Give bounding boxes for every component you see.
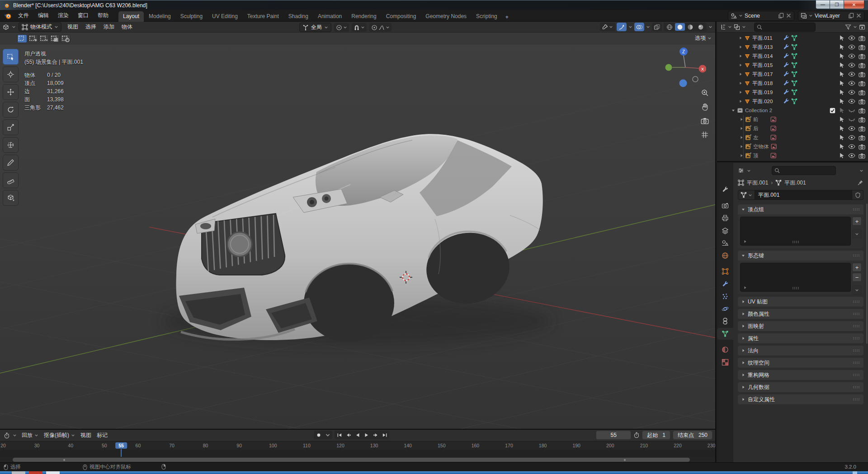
properties-tab-particles[interactable] bbox=[717, 290, 733, 302]
properties-tab-physics[interactable] bbox=[717, 303, 733, 315]
editor-type-icon[interactable] bbox=[3, 24, 9, 30]
tool-annotate[interactable] bbox=[3, 155, 19, 171]
drag-grip-icon[interactable] bbox=[853, 398, 860, 401]
outliner-row-平面.013[interactable]: 平面.013 bbox=[717, 43, 868, 52]
section-header-自定义属性[interactable]: 自定义属性 bbox=[738, 394, 863, 404]
current-frame-badge[interactable]: 55 bbox=[115, 442, 127, 449]
selectable-pointer-icon[interactable] bbox=[839, 35, 845, 41]
outliner-row-前[interactable]: 前 bbox=[717, 115, 868, 124]
section-header-法向[interactable]: 法向 bbox=[738, 346, 863, 356]
properties-tab-texture[interactable] bbox=[717, 356, 733, 368]
resize-grip-icon[interactable] bbox=[792, 286, 799, 290]
eye-open-icon[interactable] bbox=[848, 81, 855, 86]
datablock-name-field[interactable]: 平面.001 bbox=[755, 190, 852, 200]
selectable-pointer-icon[interactable] bbox=[839, 125, 845, 132]
properties-tab-object-data[interactable] bbox=[717, 328, 733, 340]
xray-toggle[interactable] bbox=[652, 23, 662, 31]
drag-grip-icon[interactable] bbox=[853, 300, 860, 303]
tab-uv-editing[interactable]: UV Editing bbox=[208, 11, 242, 22]
viewport-canvas[interactable] bbox=[0, 22, 716, 429]
expand-arrow-icon[interactable] bbox=[739, 81, 742, 85]
outliner-row-平面.017[interactable]: 平面.017 bbox=[717, 70, 868, 79]
modifier-wrench-icon[interactable] bbox=[783, 98, 789, 104]
expand-arrow-icon[interactable] bbox=[739, 45, 742, 49]
expand-arrow-icon[interactable] bbox=[740, 145, 743, 148]
selectable-pointer-icon[interactable] bbox=[839, 152, 845, 159]
section-header-颜色属性[interactable]: 颜色属性 bbox=[738, 309, 863, 319]
viewport-grid-ortho-icon[interactable] bbox=[701, 131, 709, 139]
object-name[interactable]: 平面.011 bbox=[752, 35, 781, 42]
camera-render-icon[interactable] bbox=[859, 108, 865, 114]
shading-rendered-button[interactable] bbox=[696, 23, 706, 31]
object-name[interactable]: 后 bbox=[753, 125, 769, 132]
eye-closed-icon[interactable] bbox=[848, 108, 855, 113]
breadcrumb-data[interactable]: 平面.001 bbox=[784, 179, 806, 187]
mesh-data-icon[interactable] bbox=[791, 98, 797, 104]
copy-icon[interactable] bbox=[778, 13, 784, 19]
modifier-wrench-icon[interactable] bbox=[783, 62, 789, 68]
add-workspace-button[interactable]: + bbox=[502, 13, 512, 22]
chevron-down-icon[interactable] bbox=[859, 169, 863, 173]
overlays-toggle[interactable] bbox=[634, 23, 644, 31]
eye-open-icon[interactable] bbox=[848, 53, 855, 59]
tool-transform[interactable] bbox=[3, 137, 19, 153]
expand-arrow-icon[interactable] bbox=[739, 36, 742, 40]
display-mode-icon[interactable] bbox=[734, 24, 740, 30]
chevron-down-icon[interactable] bbox=[323, 431, 332, 439]
camera-render-icon[interactable] bbox=[859, 99, 865, 104]
pin-icon[interactable] bbox=[857, 180, 863, 186]
drag-grip-icon[interactable] bbox=[853, 324, 860, 328]
mesh-data-icon[interactable] bbox=[791, 80, 797, 86]
mesh-data-icon[interactable] bbox=[791, 62, 797, 68]
tool-measure[interactable] bbox=[3, 172, 19, 188]
timeline-menu-抠像(插帧)[interactable]: 抠像(插帧) bbox=[42, 431, 77, 440]
tool-cursor[interactable] bbox=[3, 66, 19, 82]
modifier-wrench-icon[interactable] bbox=[783, 71, 789, 77]
eye-open-icon[interactable] bbox=[848, 144, 855, 149]
filter-arrow-icon[interactable] bbox=[743, 286, 747, 289]
shading-material-button[interactable] bbox=[685, 23, 695, 31]
close-button[interactable]: ✕ bbox=[844, 0, 864, 9]
camera-render-icon[interactable] bbox=[859, 135, 865, 141]
modifier-wrench-icon[interactable] bbox=[783, 53, 789, 59]
playhead-line[interactable] bbox=[121, 449, 122, 457]
menu-渲染[interactable]: 渲染 bbox=[54, 11, 72, 20]
shading-solid-button[interactable] bbox=[675, 23, 685, 31]
scrollbar-thumb[interactable] bbox=[13, 458, 690, 462]
orientation-selector[interactable]: 全局 bbox=[299, 23, 331, 32]
timeline-menu-回放[interactable]: 回放 bbox=[19, 431, 41, 440]
properties-tab-material[interactable] bbox=[717, 344, 733, 356]
blender-logo-icon[interactable] bbox=[4, 12, 12, 20]
viewport-menu-选择[interactable]: 选择 bbox=[82, 22, 99, 32]
expand-arrow-icon[interactable] bbox=[740, 154, 743, 157]
object-name[interactable]: 平面.017 bbox=[752, 71, 781, 78]
record-button[interactable] bbox=[314, 431, 323, 439]
timeline-editor-icon[interactable] bbox=[4, 432, 10, 439]
eye-open-icon[interactable] bbox=[848, 62, 855, 68]
expand-arrow-icon[interactable] bbox=[739, 72, 742, 76]
eye-open-icon[interactable] bbox=[848, 44, 855, 50]
proportional-edit-button[interactable] bbox=[369, 23, 392, 32]
eye-open-icon[interactable] bbox=[848, 153, 855, 158]
new-collection-icon[interactable] bbox=[859, 24, 865, 30]
tab-shading[interactable]: Shading bbox=[284, 11, 313, 22]
filter-arrow-icon[interactable] bbox=[743, 240, 747, 243]
tab-scripting[interactable]: Scripting bbox=[472, 11, 502, 22]
menu-文件[interactable]: 文件 bbox=[14, 11, 33, 20]
copy-icon[interactable] bbox=[848, 13, 854, 19]
tab-sculpting[interactable]: Sculpting bbox=[176, 11, 207, 22]
collection-name[interactable]: Collection 2 bbox=[745, 108, 772, 113]
camera-render-icon[interactable] bbox=[859, 62, 865, 68]
object-name[interactable]: 平面.018 bbox=[752, 80, 781, 87]
properties-tab-tool[interactable] bbox=[717, 184, 733, 195]
resize-grip-icon[interactable] bbox=[792, 240, 799, 244]
scroll-handle-dot[interactable] bbox=[63, 459, 65, 461]
selectable-pointer-icon[interactable] bbox=[839, 62, 845, 68]
eye-open-icon[interactable] bbox=[848, 35, 855, 41]
chevron-down-icon[interactable] bbox=[628, 25, 632, 29]
expand-arrow-icon[interactable] bbox=[740, 136, 743, 139]
eye-open-icon[interactable] bbox=[848, 135, 855, 140]
scroll-handle-dot[interactable] bbox=[624, 459, 626, 461]
drag-grip-icon[interactable] bbox=[853, 337, 860, 340]
tab-rendering[interactable]: Rendering bbox=[347, 11, 381, 22]
